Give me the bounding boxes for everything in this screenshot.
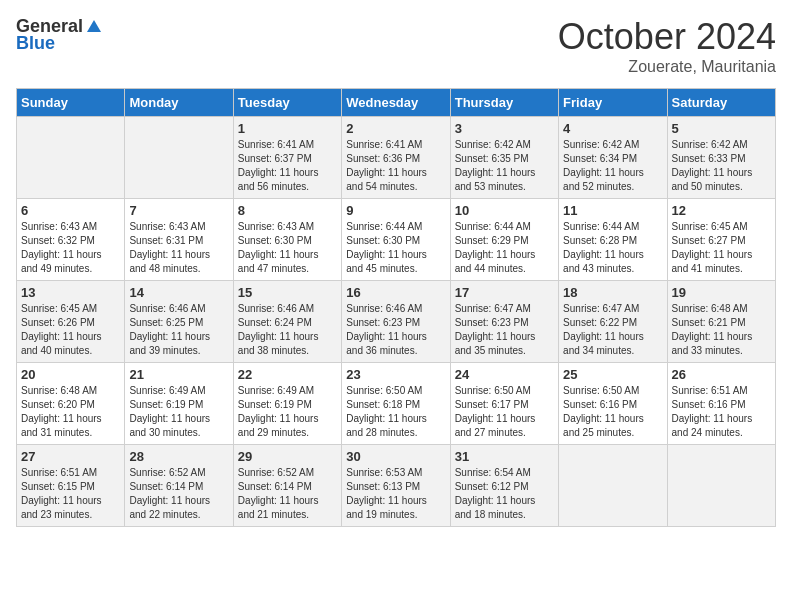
daylight-text: Daylight: 11 hours and 47 minutes. — [238, 248, 337, 276]
day-number: 4 — [563, 121, 662, 136]
day-number: 31 — [455, 449, 554, 464]
sunset-text: Sunset: 6:19 PM — [238, 398, 337, 412]
calendar-cell: 7Sunrise: 6:43 AMSunset: 6:31 PMDaylight… — [125, 199, 233, 281]
day-info: Sunrise: 6:51 AMSunset: 6:15 PMDaylight:… — [21, 466, 120, 522]
daylight-text: Daylight: 11 hours and 24 minutes. — [672, 412, 771, 440]
day-info: Sunrise: 6:54 AMSunset: 6:12 PMDaylight:… — [455, 466, 554, 522]
day-number: 27 — [21, 449, 120, 464]
day-number: 5 — [672, 121, 771, 136]
daylight-text: Daylight: 11 hours and 48 minutes. — [129, 248, 228, 276]
calendar-cell: 19Sunrise: 6:48 AMSunset: 6:21 PMDayligh… — [667, 281, 775, 363]
day-number: 8 — [238, 203, 337, 218]
sunset-text: Sunset: 6:14 PM — [238, 480, 337, 494]
day-info: Sunrise: 6:49 AMSunset: 6:19 PMDaylight:… — [129, 384, 228, 440]
calendar-cell: 25Sunrise: 6:50 AMSunset: 6:16 PMDayligh… — [559, 363, 667, 445]
day-number: 10 — [455, 203, 554, 218]
sunrise-text: Sunrise: 6:50 AM — [346, 384, 445, 398]
daylight-text: Daylight: 11 hours and 40 minutes. — [21, 330, 120, 358]
title-block: October 2024 Zouerate, Mauritania — [558, 16, 776, 76]
day-info: Sunrise: 6:44 AMSunset: 6:29 PMDaylight:… — [455, 220, 554, 276]
calendar-cell: 22Sunrise: 6:49 AMSunset: 6:19 PMDayligh… — [233, 363, 341, 445]
sunset-text: Sunset: 6:26 PM — [21, 316, 120, 330]
sunset-text: Sunset: 6:17 PM — [455, 398, 554, 412]
sunset-text: Sunset: 6:13 PM — [346, 480, 445, 494]
day-info: Sunrise: 6:53 AMSunset: 6:13 PMDaylight:… — [346, 466, 445, 522]
daylight-text: Daylight: 11 hours and 19 minutes. — [346, 494, 445, 522]
sunset-text: Sunset: 6:22 PM — [563, 316, 662, 330]
daylight-text: Daylight: 11 hours and 50 minutes. — [672, 166, 771, 194]
calendar-cell: 9Sunrise: 6:44 AMSunset: 6:30 PMDaylight… — [342, 199, 450, 281]
sunrise-text: Sunrise: 6:47 AM — [455, 302, 554, 316]
location-title: Zouerate, Mauritania — [558, 58, 776, 76]
month-title: October 2024 — [558, 16, 776, 58]
daylight-text: Daylight: 11 hours and 27 minutes. — [455, 412, 554, 440]
sunrise-text: Sunrise: 6:45 AM — [21, 302, 120, 316]
day-number: 15 — [238, 285, 337, 300]
day-number: 1 — [238, 121, 337, 136]
day-info: Sunrise: 6:44 AMSunset: 6:30 PMDaylight:… — [346, 220, 445, 276]
header-day-thursday: Thursday — [450, 89, 558, 117]
day-number: 7 — [129, 203, 228, 218]
sunrise-text: Sunrise: 6:52 AM — [129, 466, 228, 480]
daylight-text: Daylight: 11 hours and 35 minutes. — [455, 330, 554, 358]
daylight-text: Daylight: 11 hours and 36 minutes. — [346, 330, 445, 358]
daylight-text: Daylight: 11 hours and 31 minutes. — [21, 412, 120, 440]
day-info: Sunrise: 6:44 AMSunset: 6:28 PMDaylight:… — [563, 220, 662, 276]
day-info: Sunrise: 6:46 AMSunset: 6:25 PMDaylight:… — [129, 302, 228, 358]
calendar-cell: 5Sunrise: 6:42 AMSunset: 6:33 PMDaylight… — [667, 117, 775, 199]
calendar-week-row: 1Sunrise: 6:41 AMSunset: 6:37 PMDaylight… — [17, 117, 776, 199]
calendar-cell: 14Sunrise: 6:46 AMSunset: 6:25 PMDayligh… — [125, 281, 233, 363]
sunset-text: Sunset: 6:18 PM — [346, 398, 445, 412]
day-number: 6 — [21, 203, 120, 218]
daylight-text: Daylight: 11 hours and 52 minutes. — [563, 166, 662, 194]
calendar-cell: 17Sunrise: 6:47 AMSunset: 6:23 PMDayligh… — [450, 281, 558, 363]
day-number: 23 — [346, 367, 445, 382]
day-info: Sunrise: 6:52 AMSunset: 6:14 PMDaylight:… — [238, 466, 337, 522]
daylight-text: Daylight: 11 hours and 33 minutes. — [672, 330, 771, 358]
calendar-cell: 3Sunrise: 6:42 AMSunset: 6:35 PMDaylight… — [450, 117, 558, 199]
sunset-text: Sunset: 6:25 PM — [129, 316, 228, 330]
day-info: Sunrise: 6:50 AMSunset: 6:18 PMDaylight:… — [346, 384, 445, 440]
sunset-text: Sunset: 6:35 PM — [455, 152, 554, 166]
daylight-text: Daylight: 11 hours and 25 minutes. — [563, 412, 662, 440]
day-info: Sunrise: 6:51 AMSunset: 6:16 PMDaylight:… — [672, 384, 771, 440]
day-info: Sunrise: 6:41 AMSunset: 6:37 PMDaylight:… — [238, 138, 337, 194]
daylight-text: Daylight: 11 hours and 54 minutes. — [346, 166, 445, 194]
sunset-text: Sunset: 6:28 PM — [563, 234, 662, 248]
calendar-week-row: 6Sunrise: 6:43 AMSunset: 6:32 PMDaylight… — [17, 199, 776, 281]
sunset-text: Sunset: 6:37 PM — [238, 152, 337, 166]
daylight-text: Daylight: 11 hours and 39 minutes. — [129, 330, 228, 358]
day-info: Sunrise: 6:50 AMSunset: 6:16 PMDaylight:… — [563, 384, 662, 440]
sunrise-text: Sunrise: 6:42 AM — [563, 138, 662, 152]
day-number: 14 — [129, 285, 228, 300]
sunset-text: Sunset: 6:15 PM — [21, 480, 120, 494]
daylight-text: Daylight: 11 hours and 56 minutes. — [238, 166, 337, 194]
calendar-week-row: 27Sunrise: 6:51 AMSunset: 6:15 PMDayligh… — [17, 445, 776, 527]
logo-icon — [85, 18, 103, 36]
sunrise-text: Sunrise: 6:50 AM — [455, 384, 554, 398]
day-number: 24 — [455, 367, 554, 382]
day-number: 16 — [346, 285, 445, 300]
daylight-text: Daylight: 11 hours and 53 minutes. — [455, 166, 554, 194]
sunset-text: Sunset: 6:32 PM — [21, 234, 120, 248]
sunrise-text: Sunrise: 6:50 AM — [563, 384, 662, 398]
sunset-text: Sunset: 6:23 PM — [346, 316, 445, 330]
calendar-cell: 15Sunrise: 6:46 AMSunset: 6:24 PMDayligh… — [233, 281, 341, 363]
sunrise-text: Sunrise: 6:46 AM — [129, 302, 228, 316]
calendar-cell: 2Sunrise: 6:41 AMSunset: 6:36 PMDaylight… — [342, 117, 450, 199]
sunrise-text: Sunrise: 6:41 AM — [238, 138, 337, 152]
calendar-cell — [667, 445, 775, 527]
calendar-cell: 21Sunrise: 6:49 AMSunset: 6:19 PMDayligh… — [125, 363, 233, 445]
sunset-text: Sunset: 6:24 PM — [238, 316, 337, 330]
sunrise-text: Sunrise: 6:52 AM — [238, 466, 337, 480]
day-number: 18 — [563, 285, 662, 300]
day-number: 22 — [238, 367, 337, 382]
header-day-wednesday: Wednesday — [342, 89, 450, 117]
sunset-text: Sunset: 6:16 PM — [563, 398, 662, 412]
calendar-cell: 13Sunrise: 6:45 AMSunset: 6:26 PMDayligh… — [17, 281, 125, 363]
sunset-text: Sunset: 6:30 PM — [238, 234, 337, 248]
day-number: 21 — [129, 367, 228, 382]
daylight-text: Daylight: 11 hours and 43 minutes. — [563, 248, 662, 276]
day-number: 20 — [21, 367, 120, 382]
calendar-week-row: 13Sunrise: 6:45 AMSunset: 6:26 PMDayligh… — [17, 281, 776, 363]
